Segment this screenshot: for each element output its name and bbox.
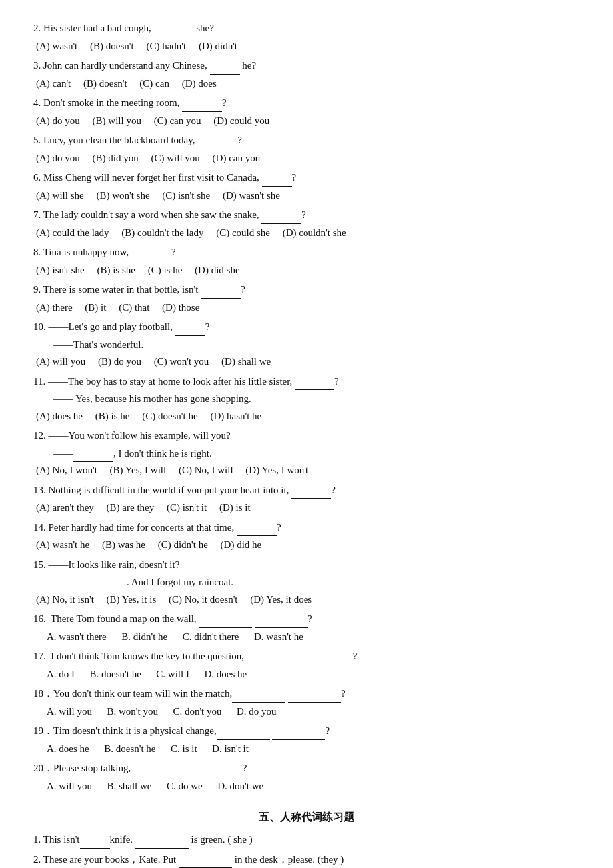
q11-options: (A) does he (B) is he (C) doesn't he (D)… [33,408,580,425]
question-7: 7. The lady couldn't say a word when she… [33,207,580,241]
q3-text: 3. John can hardly understand any Chines… [33,57,580,75]
question-11: 11. ——The boy has to stay at home to loo… [33,373,580,425]
question-15: 15. ——It looks like rain, doesn't it? ——… [33,557,580,609]
section-five-q1: 1. This isn'tknife. is green. ( she ) [33,831,580,849]
q10-subline: ——That's wonderful. [33,337,580,354]
q19-text: 19．Tim doesn't think it is a physical ch… [33,723,580,740]
q4-options: (A) do you (B) will you (C) can you (D) … [33,113,580,130]
q6-text: 6. Miss Cheng will never forget her firs… [33,169,580,187]
question-20: 20．Please stop talking, ? A. will you B.… [33,760,580,795]
q14-text: 14. Peter hardly had time for concerts a… [33,519,580,537]
q8-options: (A) isn't she (B) is she (C) is he (D) d… [33,262,580,279]
q13-options: (A) aren't they (B) are they (C) isn't i… [33,499,580,517]
question-18: 18．You don't think our team will win the… [33,685,580,720]
worksheet-content: 2. His sister had a bad cough, she? (A) … [33,20,580,868]
q20-text: 20．Please stop talking, ? [33,760,580,777]
q12-text: 12. ——You won't follow his example, will… [33,427,580,445]
q20-options: A. will you B. shall we C. do we D. don'… [33,778,580,795]
question-17: 17. I don't think Tom knows the key to t… [33,648,580,683]
q13-text: 13. Nothing is difficult in the world if… [33,482,580,499]
q5-options: (A) do you (B) did you (C) will you (D) … [33,150,580,167]
q10-options: (A) will you (B) do you (C) won't you (D… [33,353,580,371]
question-8: 8. Tina is unhappy now, ? (A) isn't she … [33,244,580,279]
q11-text: 11. ——The boy has to stay at home to loo… [33,373,580,391]
question-6: 6. Miss Cheng will never forget her firs… [33,169,580,204]
q12-options: (A) No, I won't (B) Yes, I will (C) No, … [33,462,580,479]
question-9: 9. There is some water in that bottle, i… [33,281,580,316]
question-16: 16. There Tom found a map on the wall, ?… [33,611,580,645]
q9-text: 9. There is some water in that bottle, i… [33,281,580,299]
q12-subline: ——, I don't think he is right. [33,445,580,463]
question-14: 14. Peter hardly had time for concerts a… [33,519,580,554]
q15-subline: ——. And I forgot my raincoat. [33,574,580,591]
q5-text: 5. Lucy, you clean the blackboard today,… [33,132,580,149]
q2-text: 2. His sister had a bad cough, she? [33,20,580,37]
q15-options: (A) No, it isn't (B) Yes, it is (C) No, … [33,591,580,609]
s1-text: 1. This isn'tknife. is green. ( she ) [33,831,580,849]
question-19: 19．Tim doesn't think it is a physical ch… [33,723,580,757]
question-3: 3. John can hardly understand any Chines… [33,57,580,92]
q8-text: 8. Tina is unhappy now, ? [33,244,580,261]
s2-text: 2. These are your books，Kate. Put in the… [33,851,580,868]
section-five-title: 五、人称代词练习题 [33,808,580,826]
q7-text: 7. The lady couldn't say a word when she… [33,207,580,224]
q11-subline: —— Yes, because his mother has gone shop… [33,391,580,408]
q10-text: 10. ——Let's go and play football, ? [33,319,580,336]
q18-text: 18．You don't think our team will win the… [33,685,580,703]
question-4: 4. Don't smoke in the meeting room, ? (A… [33,95,580,129]
q14-options: (A) wasn't he (B) was he (C) didn't he (… [33,537,580,554]
q18-options: A. will you B. won't you C. don't you D.… [33,703,580,721]
question-10: 10. ——Let's go and play football, ? ——Th… [33,319,580,371]
q4-text: 4. Don't smoke in the meeting room, ? [33,95,580,112]
q3-options: (A) can't (B) doesn't (C) can (D) does [33,75,580,93]
q16-options: A. wasn't there B. didn't he C. didn't t… [33,629,580,646]
q2-options: (A) wasn't (B) doesn't (C) hadn't (D) di… [33,38,580,55]
q7-options: (A) could the lady (B) couldn't the lady… [33,225,580,242]
q17-text: 17. I don't think Tom knows the key to t… [33,648,580,665]
q6-options: (A) will she (B) won't she (C) isn't she… [33,187,580,205]
q17-options: A. do I B. doesn't he C. will I D. does … [33,666,580,683]
q15-text: 15. ——It looks like rain, doesn't it? [33,557,580,574]
q19-options: A. does he B. doesn't he C. is it D. isn… [33,741,580,758]
question-2: 2. His sister had a bad cough, she? (A) … [33,20,580,55]
question-5: 5. Lucy, you clean the blackboard today,… [33,132,580,167]
question-12: 12. ——You won't follow his example, will… [33,427,580,479]
q16-text: 16. There Tom found a map on the wall, ? [33,611,580,628]
q9-options: (A) there (B) it (C) that (D) those [33,299,580,317]
question-13: 13. Nothing is difficult in the world if… [33,482,580,517]
section-five-q2: 2. These are your books，Kate. Put in the… [33,851,580,868]
